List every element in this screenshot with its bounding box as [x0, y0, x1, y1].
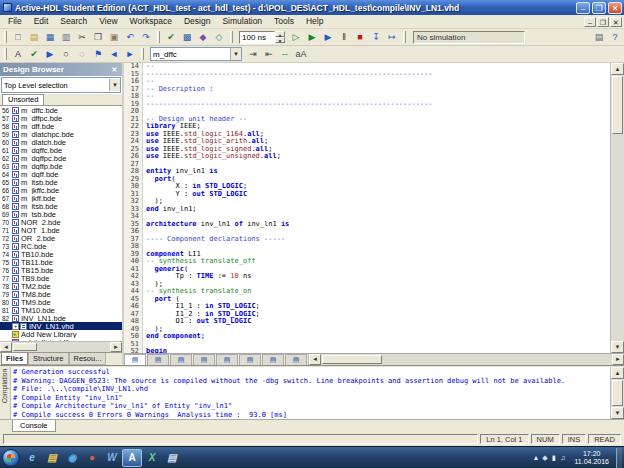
compile-file-icon[interactable]: ▶ [42, 47, 58, 62]
scroll-right-button[interactable]: ► [612, 354, 624, 365]
tree-item[interactable]: 72OR_2.bde [0, 234, 122, 242]
mdi-minimize-button[interactable]: – [584, 17, 596, 27]
code-line[interactable]: -- [143, 93, 610, 101]
code-line[interactable]: use IEEE.std_logic_1164.all; [143, 131, 610, 139]
editor-horizontal-scrollbar[interactable]: ◄ ► [308, 354, 624, 365]
compile-all-icon[interactable]: ◆ [195, 30, 211, 45]
browser-icon[interactable]: ● [82, 449, 102, 467]
scroll-left-button[interactable]: ◄ [0, 342, 12, 352]
tree-item[interactable]: 64m_dqff.bde [0, 170, 122, 178]
toolbar-grip[interactable] [4, 31, 7, 43]
time-down-button[interactable]: ▼ [275, 37, 285, 43]
hidden-icons-arrow[interactable]: ▲ [531, 449, 540, 467]
toolbar-grip[interactable] [230, 31, 233, 43]
code-line[interactable]: -- synthesis translate_off [143, 258, 610, 266]
scroll-up-button[interactable]: ▲ [611, 63, 624, 75]
code-line[interactable]: ----------------------------------------… [143, 71, 610, 79]
maximize-button[interactable]: ❐ [592, 2, 606, 14]
code-line[interactable]: ---- Component declarations ----- [143, 236, 610, 244]
close-button[interactable]: ✕ [608, 2, 622, 14]
scroll-up-button[interactable]: ▲ [611, 367, 624, 379]
paste-icon[interactable]: ▣ [106, 30, 122, 45]
compile-icon[interactable]: ▩ [179, 30, 195, 45]
media-player-icon[interactable]: ◉ [62, 449, 82, 467]
new-file-icon[interactable]: □ [10, 30, 26, 45]
tree-item[interactable]: 74TB10.bde [0, 250, 122, 258]
start-button[interactable] [2, 449, 20, 467]
menu-workspace[interactable]: Workspace [124, 15, 178, 28]
tree-item[interactable]: 56m_dffc.bde [0, 106, 122, 114]
code-line[interactable]: use IEEE.std_logic_signed.all; [143, 146, 610, 154]
tab-files[interactable]: Files [1, 353, 28, 365]
code-line[interactable]: end component; [143, 333, 610, 341]
code-line[interactable]: end inv_ln1; [143, 206, 610, 214]
bookmark-icon[interactable]: ⚑ [90, 47, 106, 62]
tree-item[interactable]: 65m_itsb.bde [0, 178, 122, 186]
tree-item[interactable]: 70NOR_2.bde [0, 218, 122, 226]
tree-item[interactable]: 57m_dffpc.bde [0, 114, 122, 122]
code-line[interactable]: use IEEE.std_logic_unsigned.all; [143, 153, 610, 161]
network-tray-icon[interactable]: ▮ [549, 449, 558, 467]
tree-item[interactable]: 58m_dff.bde [0, 122, 122, 130]
code-line[interactable]: ); [143, 198, 610, 206]
top-level-selector[interactable]: Top Level selection ▼ [1, 77, 121, 93]
pause-icon[interactable]: ‖ [336, 30, 352, 45]
redo-icon[interactable]: ↷ [138, 30, 154, 45]
run-for-icon[interactable]: ▶ [320, 30, 336, 45]
code-line[interactable] [143, 341, 610, 349]
code-pane[interactable]: 14--15----------------------------------… [124, 63, 610, 353]
code-line[interactable]: generic( [143, 266, 610, 274]
code-line[interactable]: -- synthesis translate_on [143, 288, 610, 296]
code-line[interactable]: I1_1 : in STD_LOGIC; [143, 303, 610, 311]
tree-item[interactable]: 61m_dqffc.bde [0, 146, 122, 154]
update-tray-icon[interactable]: ◆ [540, 449, 549, 467]
mdi-close-button[interactable]: ✕ [610, 17, 622, 27]
code-line[interactable]: ----------------------------------------… [143, 101, 610, 109]
code-line[interactable] [143, 243, 610, 251]
taskbar-clock[interactable]: 17:20 11.04.2016 [570, 450, 613, 466]
tab-resou[interactable]: Resou... [69, 353, 107, 365]
simulation-time-input[interactable]: 100 ns [239, 31, 275, 44]
mdi-restore-button[interactable]: ❐ [597, 17, 609, 27]
trace-into-icon[interactable]: ↧ [368, 30, 384, 45]
code-line[interactable]: O1 : out STD_LOGIC [143, 318, 610, 326]
elaborate-icon[interactable]: ◇ [211, 30, 227, 45]
indent-icon[interactable]: ⇥ [245, 47, 261, 62]
copy-icon[interactable]: ❐ [90, 30, 106, 45]
tree-item[interactable]: 62m_dqffpc.bde [0, 154, 122, 162]
code-line[interactable]: component LI1 [143, 251, 610, 259]
document-tab[interactable]: ▤ [239, 354, 261, 365]
tree-item[interactable]: 80TM9.bde [0, 298, 122, 306]
menu-view[interactable]: View [93, 15, 123, 28]
code-line[interactable]: entity inv_ln1 is [143, 168, 610, 176]
code-line[interactable]: library IEEE; [143, 123, 610, 131]
active-hdl-taskbar-icon[interactable]: A [122, 449, 142, 467]
code-line[interactable] [143, 228, 610, 236]
code-line[interactable]: use IEEE.std_logic_arith.all; [143, 138, 610, 146]
scrollbar-thumb[interactable] [612, 380, 623, 406]
code-line[interactable]: -- Description : [143, 86, 610, 94]
tree-item[interactable]: 66m_jkffc.bde [0, 186, 122, 194]
tab-console[interactable]: Console [12, 420, 56, 432]
case-icon[interactable]: aA [293, 47, 309, 62]
tree-item[interactable]: 63m_dqffp.bde [0, 162, 122, 170]
show-desktop-button[interactable] [616, 448, 622, 468]
print-icon[interactable]: ▥ [58, 30, 74, 45]
menu-simulation[interactable]: Simulation [216, 15, 268, 28]
outdent-icon[interactable]: ⇤ [261, 47, 277, 62]
toolbar-grip[interactable] [157, 31, 160, 43]
code-line[interactable]: port ( [143, 296, 610, 304]
menu-help[interactable]: Help [300, 15, 329, 28]
document-tab[interactable]: ▤ [124, 354, 146, 365]
tree-item[interactable]: Add New Library [0, 330, 122, 338]
tree-item[interactable]: 78TM2.bde [0, 282, 122, 290]
tree-item[interactable]: 73RC.bde [0, 242, 122, 250]
scroll-left-button[interactable]: ◄ [309, 354, 321, 365]
help-icon[interactable]: ? [607, 30, 623, 45]
code-line[interactable]: -- Design unit header -- [143, 116, 610, 124]
tree-item[interactable]: 81TM10.bde [0, 306, 122, 314]
toolbar-grip[interactable] [141, 48, 144, 60]
console-vertical-scrollbar[interactable]: ▲ ▼ [610, 367, 624, 419]
font-icon[interactable]: A [10, 47, 26, 62]
expand-icon[interactable] [12, 323, 19, 330]
